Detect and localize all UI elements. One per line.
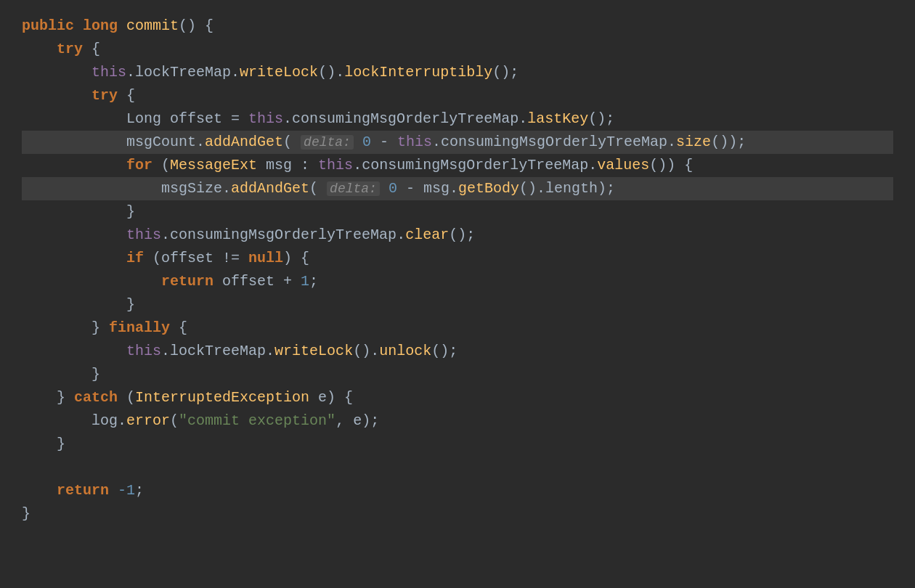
code-line-2: try { xyxy=(22,38,893,61)
code-line-4: try { xyxy=(22,84,893,107)
code-line-16: } xyxy=(22,363,893,386)
code-editor: public long commit() { try { this.lockTr… xyxy=(0,0,915,588)
code-line-12: return offset + 1; xyxy=(22,270,893,293)
code-line-3: this.lockTreeMap.writeLock().lockInterru… xyxy=(22,61,893,84)
code-line-17: } catch (InterruptedException e) { xyxy=(22,386,893,409)
code-line-19: } xyxy=(22,433,893,456)
code-line-15: this.lockTreeMap.writeLock().unlock(); xyxy=(22,340,893,363)
code-line-21: return -1; xyxy=(22,479,893,502)
code-line-1: public long commit() { xyxy=(22,15,893,38)
code-line-10: this.consumingMsgOrderlyTreeMap.clear(); xyxy=(22,224,893,247)
code-line-6: msgCount.addAndGet( delta: 0 - this.cons… xyxy=(22,131,893,154)
code-line-8: msgSize.addAndGet( delta: 0 - msg.getBod… xyxy=(22,177,893,200)
code-line-22: } xyxy=(22,502,893,526)
code-line-7: for (MessageExt msg : this.consumingMsgO… xyxy=(22,154,893,177)
code-line-13: } xyxy=(22,293,893,317)
code-line-11: if (offset != null) { xyxy=(22,247,893,270)
code-line-9: } xyxy=(22,200,893,224)
code-line-5: Long offset = this.consumingMsgOrderlyTr… xyxy=(22,107,893,131)
code-line-20 xyxy=(22,456,893,479)
code-line-14: } finally { xyxy=(22,317,893,340)
code-line-18: log.error("commit exception", e); xyxy=(22,409,893,433)
